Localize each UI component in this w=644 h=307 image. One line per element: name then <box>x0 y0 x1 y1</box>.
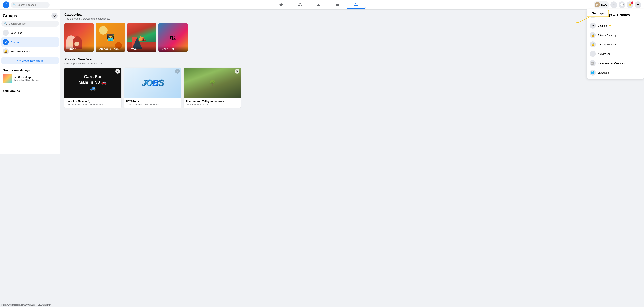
sidebar-title-text: Groups <box>3 13 17 18</box>
feed-icon: ≡ <box>3 30 9 36</box>
nav-friends-btn[interactable] <box>290 1 309 9</box>
group-card-jobs[interactable]: JOBS ✕ NYC Jobs 115K+ members · 250+ mem… <box>124 67 181 108</box>
create-group-btn[interactable]: + + Create New Group <box>1 57 59 64</box>
managed-group-name: Stuff & Things <box>14 76 38 79</box>
sidebar-discover-label: Discover <box>11 41 20 43</box>
group-card-hudson[interactable]: 🌳 ✕ The Hudson Valley in pictures 91K+ m… <box>184 67 241 108</box>
cars-name: Cars For Sale In Nj <box>66 100 120 103</box>
groups-search-bar[interactable]: 🔍 <box>1 21 59 27</box>
main-content: Categories Find a group by browsing top … <box>60 9 322 153</box>
sidebar-header: Groups ⚙ <box>1 11 59 19</box>
popular-title: Popular Near You <box>64 57 318 61</box>
managed-group-item[interactable]: Stuff & Things Last active 23 weeks ago <box>1 72 59 85</box>
top-navigation: f 🔍 M Mary + 💬 <box>0 0 322 9</box>
categories-section: Categories Find a group by browsing top … <box>64 13 318 52</box>
managed-group-sub: Last active 23 weeks ago <box>14 79 38 81</box>
divider <box>1 65 59 65</box>
plus-icon: + <box>16 59 18 62</box>
cars-info: Cars For Sale In Nj 75K+ members · 5.4K+… <box>64 98 122 108</box>
dismiss-hudson-btn[interactable]: ✕ <box>235 69 240 74</box>
hudson-name: The Hudson Valley in pictures <box>186 100 239 103</box>
jobs-meta: 115K+ members · 250+ members <box>126 103 179 106</box>
humor-label: Humor <box>64 46 94 52</box>
notifications-icon: 🔔 <box>3 48 9 54</box>
nav-left: f 🔍 <box>3 1 50 8</box>
sidebar-feed-label: Your Feed <box>11 31 22 34</box>
dismiss-jobs-btn[interactable]: ✕ <box>175 69 180 74</box>
facebook-logo[interactable]: f <box>3 1 10 8</box>
popular-section: Popular Near You Groups people in your a… <box>64 57 318 108</box>
global-search-bar[interactable]: 🔍 <box>11 2 50 8</box>
categories-grid: Humor 👩‍💻 Science & Tech <box>64 23 318 52</box>
divider-2 <box>1 86 59 86</box>
category-travel[interactable]: ⛺ Travel <box>127 23 156 52</box>
create-group-label: + Create New Group <box>20 59 44 62</box>
category-humor[interactable]: Humor <box>64 23 94 52</box>
categories-title: Categories <box>64 13 318 16</box>
sidebar-item-feed[interactable]: ≡ Your Feed <box>1 28 59 37</box>
hudson-meta: 91K+ members · 3.2K+ <box>186 103 239 106</box>
category-science[interactable]: 👩‍💻 Science & Tech <box>96 23 125 52</box>
cars-banner: Cars For Sale In NJ 🚗 🚙 ✕ <box>64 67 122 98</box>
sidebar: Groups ⚙ 🔍 ≡ Your Feed ◉ Discover 🔔 Your… <box>0 9 60 153</box>
dismiss-cars-btn[interactable]: ✕ <box>116 69 120 74</box>
sidebar-item-notifications[interactable]: 🔔 Your Notifications <box>1 47 59 56</box>
search-icon: 🔍 <box>4 22 8 25</box>
hudson-banner: 🌳 ✕ <box>184 67 241 98</box>
hudson-info: The Hudson Valley in pictures 91K+ membe… <box>184 98 241 108</box>
global-search-input[interactable] <box>18 3 48 6</box>
nav-home-btn[interactable] <box>272 1 290 9</box>
travel-label: Travel <box>127 46 156 52</box>
popular-grid: Cars For Sale In NJ 🚗 🚙 ✕ Cars For Sale … <box>64 67 318 108</box>
managed-group-thumb <box>3 74 12 83</box>
group-card-cars[interactable]: Cars For Sale In NJ 🚗 🚙 ✕ Cars For Sale … <box>64 67 122 108</box>
nav-watch-btn[interactable] <box>309 1 322 9</box>
groups-search-input[interactable] <box>9 22 56 25</box>
nav-center <box>50 1 322 9</box>
sidebar-item-discover[interactable]: ◉ Discover <box>1 37 59 47</box>
categories-sub: Find a group by browsing top categories. <box>64 17 318 20</box>
your-groups-header: Your Groups <box>1 87 59 93</box>
search-icon: 🔍 <box>13 3 16 6</box>
jobs-name: NYC Jobs <box>126 100 179 103</box>
sidebar-notifications-label: Your Notifications <box>11 50 30 53</box>
popular-sub: Groups people in your area are in <box>64 62 318 65</box>
manage-section-header: Groups You Manage <box>1 66 59 72</box>
managed-group-info: Stuff & Things Last active 23 weeks ago <box>14 76 38 81</box>
buysell-label: Buy & Sell <box>158 46 188 52</box>
science-label: Science & Tech <box>96 46 125 52</box>
category-buysell[interactable]: 🛍 Buy & Sell <box>158 23 188 52</box>
discover-icon: ◉ <box>3 39 9 45</box>
jobs-info: NYC Jobs 115K+ members · 250+ members <box>124 98 181 108</box>
cars-meta: 75K+ members · 5.4K+ members/day <box>66 103 120 106</box>
settings-gear-btn[interactable]: ⚙ <box>52 13 58 19</box>
main-layout: Groups ⚙ 🔍 ≡ Your Feed ◉ Discover 🔔 Your… <box>0 9 322 153</box>
jobs-banner: JOBS ✕ <box>124 67 181 98</box>
